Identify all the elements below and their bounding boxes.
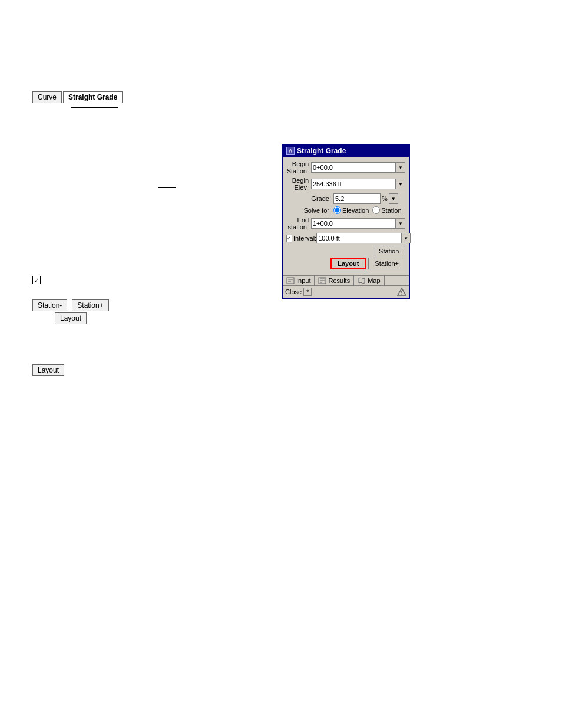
dialog-tabs: Input Results Map [283,275,409,285]
interval-input[interactable] [316,233,401,243]
dialog-title-text: Straight Grade [297,147,346,155]
results-tab-icon [318,277,326,284]
svg-rect-0 [287,278,294,284]
solve-station-option[interactable]: Station [372,206,401,214]
solve-elevation-radio[interactable] [333,206,341,214]
map-tab-icon [358,277,366,284]
grade-label: Grade: [286,195,333,202]
dialog-tab-results[interactable]: Results [315,276,354,285]
solve-elevation-option[interactable]: Elevation [333,206,369,214]
begin-elev-dropdown[interactable]: ▼ [396,179,405,189]
interval-dropdown[interactable]: ▼ [401,233,411,243]
svg-marker-7 [359,278,365,284]
grade-input[interactable] [333,193,381,204]
begin-elev-input-wrap: ▼ [311,179,405,189]
bottom-station-plus-button[interactable]: Station+ [72,299,108,311]
begin-elev-row: Begin Elev: ▼ [286,177,405,191]
close-star-icon[interactable]: * [303,288,312,296]
end-station-label: End station: [286,216,311,230]
end-station-row: End station: ▼ [286,216,405,230]
dialog-titlebar: A Straight Grade [283,145,409,157]
bottom-layout-button[interactable]: Layout [55,312,87,324]
mid-line [158,187,176,188]
interval-checkbox-area: ✓ [32,276,41,284]
svg-point-10 [401,294,402,295]
dialog-layout-button[interactable]: Layout [330,258,366,269]
results-tab-label: Results [328,277,350,284]
begin-elev-label: Begin Elev: [286,177,311,191]
solve-for-label: Solve for: [286,207,333,214]
input-tab-icon [286,277,295,284]
solve-elevation-label: Elevation [342,207,369,214]
end-station-dropdown[interactable]: ▼ [396,218,405,229]
dialog-statusbar: Close * [283,285,409,298]
straight-grade-tab[interactable]: Straight Grade [63,91,123,103]
solve-for-radio-group: Elevation Station [333,206,402,214]
solve-station-label: Station [381,207,401,214]
grade-dropdown[interactable]: ▼ [389,193,398,204]
tab-underline [71,107,118,108]
begin-station-dropdown[interactable]: ▼ [396,162,405,173]
dialog-tab-map[interactable]: Map [354,276,384,285]
interval-row: ✓ Interval: ▼ [286,233,405,243]
interval-checkbox-dialog[interactable]: ✓ [286,235,292,242]
dialog-body: Begin Station: ▼ Begin Elev: ▼ Grade: % … [283,157,409,275]
curve-tab[interactable]: Curve [32,91,62,103]
input-tab-label: Input [296,277,310,284]
begin-station-input-wrap: ▼ [311,162,405,173]
dialog-action-buttons: Layout Station+ [286,258,405,269]
interval-label: Interval: [292,235,316,242]
interval-checkbox[interactable]: ✓ [32,276,41,284]
solve-station-radio[interactable] [372,206,380,214]
dialog-title-icon: A [286,147,295,155]
grade-unit: % [381,195,389,202]
dialog-tab-input[interactable]: Input [283,276,315,285]
close-button[interactable]: Close * [285,288,312,296]
begin-station-row: Begin Station: ▼ [286,160,405,174]
end-station-input-wrap: ▼ [311,218,405,229]
layout-main-button[interactable]: Layout [32,364,64,376]
bottom-buttons-area: Station- Station+ Layout [32,299,109,324]
bottom-station-minus-button[interactable]: Station- [32,299,67,311]
straight-grade-dialog: A Straight Grade Begin Station: ▼ Begin … [282,144,410,299]
solve-for-row: Solve for: Elevation Station [286,206,405,214]
dialog-station-plus-button[interactable]: Station+ [368,258,405,269]
map-tab-label: Map [368,277,380,284]
grade-row: Grade: % ▼ [286,193,405,204]
station-minus-row: Station- [286,246,405,256]
dialog-station-minus-button[interactable]: Station- [375,246,405,256]
close-label: Close [285,288,302,295]
begin-elev-input[interactable] [311,179,396,189]
begin-station-label: Begin Station: [286,160,311,174]
begin-station-input[interactable] [311,162,396,173]
interval-input-wrap: ▼ [316,233,411,243]
end-station-input[interactable] [311,218,396,229]
alert-icon [397,287,406,297]
